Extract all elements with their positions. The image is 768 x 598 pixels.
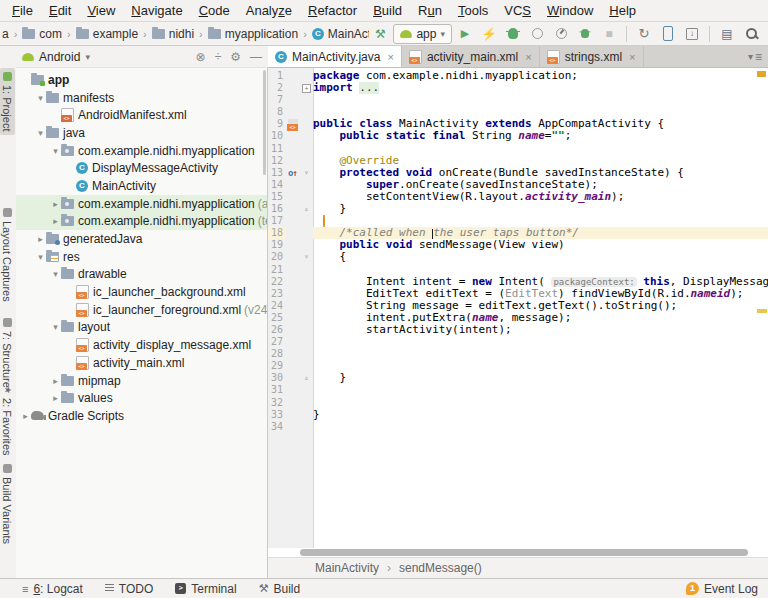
build-hammer-button[interactable]: ⚒ xyxy=(369,24,391,44)
run-configuration-label: app xyxy=(416,27,436,41)
project-structure-button[interactable]: ▤ xyxy=(716,24,738,44)
tree-item-java[interactable]: ▾java xyxy=(16,124,267,142)
inspection-status-marker[interactable] xyxy=(757,71,766,77)
tree-item-gradle-scripts[interactable]: ▸Gradle Scripts xyxy=(16,407,267,425)
breadcrumb-example[interactable]: example xyxy=(74,27,140,41)
tree-item-activity-display-message-xml[interactable]: activity_display_message.xml xyxy=(16,336,267,354)
sdk-manager-button[interactable] xyxy=(681,24,703,44)
code-line-20: 20▿ { xyxy=(268,251,768,263)
tree-item-values[interactable]: ▸values xyxy=(16,389,267,407)
profiler-button[interactable] xyxy=(526,24,548,44)
fold-collapse-icon[interactable]: ▿ xyxy=(304,251,309,263)
bug-arrow-icon xyxy=(581,29,589,38)
related-layout-icon[interactable] xyxy=(288,119,298,130)
warning-stripe-marker[interactable] xyxy=(757,309,767,313)
statusbar-build[interactable]: ⚒Build xyxy=(259,582,301,596)
statusbar-terminal[interactable]: Terminal xyxy=(175,582,236,596)
code-editor[interactable]: 1package com.example.nidhi.myapplication… xyxy=(268,68,768,548)
fold-end-icon[interactable]: ▵ xyxy=(304,372,309,384)
scrollbar-thumb[interactable] xyxy=(300,549,748,556)
menu-build[interactable]: Build xyxy=(365,3,410,18)
tree-item-com-example-nidhi-myapplication-androidtest[interactable]: ▸com.example.nidhi.myapplication(android… xyxy=(16,195,267,213)
menu-code[interactable]: Code xyxy=(191,3,238,18)
event-log-button[interactable]: 1 Event Log xyxy=(686,582,768,596)
tree-item-ic-launcher-foreground-xml-v24[interactable]: ic_launcher_foreground.xml(v24) xyxy=(16,301,267,319)
chevron-down-icon[interactable]: ▾ xyxy=(85,52,90,62)
sidebar-item-layout-captures[interactable]: Layout Captures xyxy=(0,204,15,306)
breadcrumb-nidhi[interactable]: nidhi xyxy=(150,27,196,41)
close-icon[interactable]: × xyxy=(525,51,531,63)
breadcrumb-class[interactable]: MainActivity xyxy=(315,561,379,575)
project-view-selector[interactable]: Android xyxy=(39,50,80,64)
tree-item-displaymessageactivity[interactable]: DisplayMessageActivity xyxy=(16,159,267,177)
statusbar-todo[interactable]: TODO xyxy=(105,582,153,596)
run-button[interactable]: ▶ xyxy=(454,24,476,44)
device-manager-button[interactable] xyxy=(657,24,679,44)
hide-panel-icon[interactable]: — xyxy=(250,50,262,64)
override-method-icon[interactable]: o↑ xyxy=(288,167,298,179)
menu-help[interactable]: Help xyxy=(601,3,644,18)
tree-item-layout[interactable]: ▾layout xyxy=(16,319,267,337)
gear-icon[interactable]: ⚙ xyxy=(230,50,241,64)
menu-view[interactable]: View xyxy=(79,3,123,18)
locate-file-icon[interactable]: ⊗ xyxy=(196,50,206,64)
intention-bulb-icon[interactable] xyxy=(323,215,325,227)
search-everywhere-button[interactable] xyxy=(740,24,762,44)
tab-strings-xml[interactable]: strings.xml× xyxy=(540,46,644,67)
tree-item-manifests[interactable]: ▾manifests xyxy=(16,89,267,107)
menu-file[interactable]: File xyxy=(4,3,41,18)
tree-item-generatedjava[interactable]: ▸generatedJava xyxy=(16,230,267,248)
tree-item-mainactivity[interactable]: MainActivity xyxy=(16,177,267,195)
close-icon[interactable]: × xyxy=(629,51,635,63)
tree-item-com-example-nidhi-myapplication-test[interactable]: ▸com.example.nidhi.myapplication(test) xyxy=(16,213,267,231)
breadcrumb-method[interactable]: sendMessage() xyxy=(399,561,482,575)
menu-run[interactable]: Run xyxy=(410,3,450,18)
tree-item-ic-launcher-background-xml[interactable]: ic_launcher_background.xml xyxy=(16,283,267,301)
sidebar-item-1-project[interactable]: 1: Project xyxy=(0,68,15,135)
menu-tools[interactable]: Tools xyxy=(450,3,496,18)
tree-item-activity-main-xml[interactable]: activity_main.xml xyxy=(16,354,267,372)
menu-refactor[interactable]: Refactor xyxy=(300,3,365,18)
code-segment: onCreate(Bundle savedInstanceState) { xyxy=(439,167,684,179)
menu-vcs[interactable]: VCS xyxy=(496,3,539,18)
breadcrumb-a[interactable]: a xyxy=(0,27,11,41)
fold-expand-icon[interactable]: + xyxy=(302,84,311,93)
breadcrumb-myapplication[interactable]: myapplication xyxy=(206,27,300,41)
statusbar-6-logcat[interactable]: ≡6: Logcat xyxy=(22,582,83,596)
tab-activity-main-xml[interactable]: activity_main.xml× xyxy=(402,46,540,67)
code-segment: , message); xyxy=(498,312,571,324)
tree-item-label: manifests xyxy=(63,91,114,105)
tab-mainactivity-java[interactable]: MainActivity.java× xyxy=(268,46,402,67)
stop-button[interactable]: ■ xyxy=(598,24,620,44)
menu-navigate[interactable]: Navigate xyxy=(123,3,190,18)
tree-item-com-example-nidhi-myapplication[interactable]: ▾com.example.nidhi.myapplication xyxy=(16,142,267,160)
run-configuration-selector[interactable]: app▾ xyxy=(393,24,452,44)
project-tree-panel[interactable]: app▾manifestsAndroidManifest.xml▾java▾co… xyxy=(16,68,268,578)
breadcrumb-com[interactable]: com xyxy=(20,27,64,41)
project-scrollbar[interactable] xyxy=(263,70,266,175)
code-segment: extends xyxy=(485,118,538,130)
tree-item-res[interactable]: ▾res xyxy=(16,248,267,266)
close-icon[interactable]: × xyxy=(387,51,393,63)
editor-horizontal-scrollbar[interactable] xyxy=(268,548,768,557)
gradle-sync-button[interactable]: ↻ xyxy=(633,24,655,44)
sidebar-item-2-favorites[interactable]: ★2: Favorites xyxy=(0,382,15,460)
menu-window[interactable]: Window xyxy=(539,3,601,18)
tab-list-dropdown[interactable]: ▾≡ xyxy=(748,46,768,67)
fold-end-icon[interactable]: ▵ xyxy=(304,203,309,215)
debug-button[interactable] xyxy=(502,24,524,44)
apply-changes-button[interactable]: ⚡ xyxy=(478,24,500,44)
tree-item-drawable[interactable]: ▾drawable xyxy=(16,266,267,284)
collapse-all-icon[interactable]: ÷ xyxy=(215,50,222,64)
attach-debugger-button[interactable] xyxy=(574,24,596,44)
profile-button[interactable] xyxy=(550,24,572,44)
sidebar-item-build-variants[interactable]: Build Variants xyxy=(0,460,15,548)
breadcrumb-mainactivity[interactable]: MainActivity xyxy=(310,27,370,41)
tree-item-mipmap[interactable]: ▸mipmap xyxy=(16,372,267,390)
sidebar-item-7-structure[interactable]: 7: Structure xyxy=(0,314,15,392)
menu-edit[interactable]: Edit xyxy=(41,3,79,18)
tree-item-androidmanifest-xml[interactable]: AndroidManifest.xml xyxy=(16,106,267,124)
menu-analyze[interactable]: Analyze xyxy=(238,3,300,18)
fold-collapse-icon[interactable]: ▿ xyxy=(304,167,309,179)
tree-item-app[interactable]: app xyxy=(16,71,267,89)
